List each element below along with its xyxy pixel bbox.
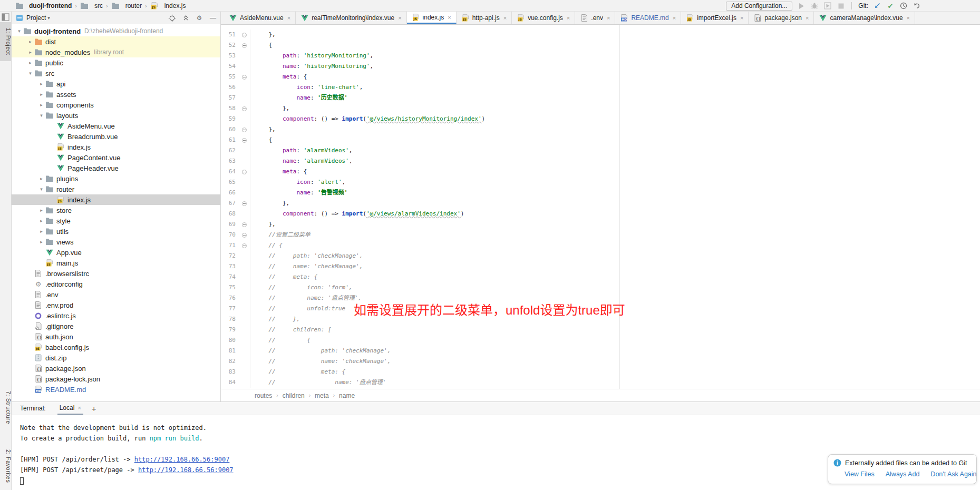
line-number[interactable]: 81: [221, 346, 239, 356]
close-icon[interactable]: ×: [398, 15, 401, 21]
tree-row[interactable]: ▸node_moduleslibrary root: [12, 47, 220, 57]
tree-row[interactable]: {}package-lock.json: [12, 374, 220, 384]
git-history-icon[interactable]: [899, 2, 908, 10]
git-update-icon[interactable]: [873, 2, 881, 10]
editor-tab[interactable]: JSindex.js×: [407, 12, 457, 24]
line-number[interactable]: 59: [221, 114, 239, 124]
line-number[interactable]: 73: [221, 261, 239, 272]
close-icon[interactable]: ×: [448, 14, 451, 21]
chevron-down-icon[interactable]: ▾: [38, 113, 45, 118]
line-number[interactable]: 83: [221, 367, 239, 377]
line-number[interactable]: 64: [221, 166, 239, 177]
tree-row[interactable]: ▸plugins: [12, 173, 220, 184]
fold-marker[interactable]: [239, 230, 250, 240]
chevron-right-icon[interactable]: ▸: [27, 60, 34, 65]
chevron-right-icon[interactable]: ▸: [38, 229, 45, 234]
tree-row[interactable]: ▸style: [12, 215, 220, 226]
tree-row[interactable]: ▾router: [12, 184, 220, 194]
terminal-tab-local[interactable]: Local ×: [57, 402, 83, 415]
line-number[interactable]: 71: [221, 240, 239, 251]
editor-tab[interactable]: .env×: [575, 12, 615, 24]
close-icon[interactable]: ×: [567, 15, 570, 21]
tree-row[interactable]: Breadcrumb.vue: [12, 131, 220, 142]
close-icon[interactable]: ×: [607, 15, 610, 21]
locate-file-icon[interactable]: [168, 14, 176, 22]
tool-window-project-button[interactable]: 1: Project: [0, 22, 12, 61]
chevron-right-icon[interactable]: ▸: [38, 92, 45, 97]
line-number[interactable]: 68: [221, 209, 239, 219]
tree-row[interactable]: ▾layouts: [12, 110, 220, 121]
line-number[interactable]: 55: [221, 72, 239, 82]
fold-marker[interactable]: [239, 166, 250, 177]
line-number[interactable]: 65: [221, 177, 239, 188]
editor-tab[interactable]: MDREADME.md×: [615, 12, 681, 24]
fold-marker[interactable]: [239, 103, 250, 114]
chevron-right-icon[interactable]: ▸: [38, 176, 45, 181]
editor-tab[interactable]: JSimportExcel.js×: [681, 12, 749, 24]
tree-row[interactable]: .browserslistrc: [12, 268, 220, 279]
tool-window-structure-button[interactable]: 7: Structure: [0, 387, 12, 428]
chevron-down-icon[interactable]: ▾: [16, 28, 23, 34]
tree-row[interactable]: MDREADME.md: [12, 384, 220, 395]
editor-breadcrumb-item[interactable]: name: [339, 392, 355, 399]
line-number[interactable]: 76: [221, 293, 239, 303]
tree-row[interactable]: ▸utils: [12, 226, 220, 237]
close-icon[interactable]: ×: [287, 15, 290, 21]
line-number[interactable]: 67: [221, 198, 239, 209]
tree-row[interactable]: JSindex.js: [12, 142, 220, 152]
close-icon[interactable]: ×: [673, 15, 676, 21]
tree-row[interactable]: ⚙.editorconfig: [12, 279, 220, 289]
line-number[interactable]: 84: [221, 377, 239, 388]
chevron-right-icon[interactable]: ▸: [38, 208, 45, 213]
settings-gear-icon[interactable]: ⚙: [195, 14, 203, 22]
run-with-coverage-icon[interactable]: [823, 2, 832, 10]
tree-row[interactable]: ▸api: [12, 79, 220, 89]
tree-row[interactable]: ▸store: [12, 205, 220, 215]
close-icon[interactable]: ×: [77, 405, 81, 411]
collapse-all-icon[interactable]: [181, 14, 190, 22]
tree-row[interactable]: .gitignore: [12, 321, 220, 331]
fold-marker[interactable]: [239, 135, 250, 145]
tree-row[interactable]: .eslintrc.js: [12, 310, 220, 321]
line-number[interactable]: 51: [221, 30, 239, 40]
chevron-down-icon[interactable]: ▾: [38, 187, 45, 192]
line-number[interactable]: 60: [221, 124, 239, 135]
editor-breadcrumb-item[interactable]: children: [283, 392, 305, 399]
chevron-right-icon[interactable]: ▸: [38, 81, 45, 86]
code-editor[interactable]: 51 },52 {53 path: 'historyMonitoring',54…: [220, 25, 980, 389]
terminal-link[interactable]: http://192.168.66.56:9007: [134, 456, 230, 463]
tree-row[interactable]: .env: [12, 289, 220, 300]
tree-row[interactable]: .env.prod: [12, 300, 220, 310]
line-number[interactable]: 74: [221, 272, 239, 282]
fold-marker[interactable]: [239, 72, 250, 82]
tree-row[interactable]: ▸dist: [12, 36, 220, 47]
line-number[interactable]: 79: [221, 325, 239, 335]
chevron-down-icon[interactable]: ▾: [47, 15, 50, 21]
line-number[interactable]: 58: [221, 103, 239, 114]
notification-action-always-add[interactable]: Always Add: [886, 471, 920, 478]
tree-row[interactable]: ▸assets: [12, 89, 220, 100]
tree-row[interactable]: PageHeader.vue: [12, 163, 220, 173]
tree-row[interactable]: AsideMenu.vue: [12, 121, 220, 131]
tree-row[interactable]: ▾src: [12, 68, 220, 79]
line-number[interactable]: 77: [221, 303, 239, 314]
tree-row[interactable]: JSmain.js: [12, 258, 220, 268]
chevron-right-icon[interactable]: ▸: [27, 50, 34, 55]
close-icon[interactable]: ×: [806, 15, 809, 21]
tree-row[interactable]: ▾duoji-frontendD:\zheheWeb\duoji-fronten…: [12, 26, 220, 36]
line-number[interactable]: 75: [221, 282, 239, 293]
new-terminal-session-icon[interactable]: +: [92, 404, 96, 413]
terminal-link[interactable]: http://192.168.66.56:9007: [138, 466, 234, 474]
tree-row[interactable]: JSindex.js: [12, 194, 220, 205]
fold-marker[interactable]: [239, 30, 250, 40]
chevron-right-icon[interactable]: ▸: [38, 239, 45, 244]
stop-icon[interactable]: [837, 2, 845, 10]
notification-action-don-t-ask-again[interactable]: Don't Ask Again: [930, 471, 976, 478]
editor-tab[interactable]: realTimeMonitoring\index.vue×: [296, 12, 406, 24]
line-number[interactable]: 56: [221, 82, 239, 93]
fold-marker[interactable]: [239, 40, 250, 51]
line-number[interactable]: 69: [221, 219, 239, 230]
hide-panel-icon[interactable]: —: [209, 14, 217, 22]
close-icon[interactable]: ×: [503, 15, 507, 21]
line-number[interactable]: 82: [221, 356, 239, 367]
